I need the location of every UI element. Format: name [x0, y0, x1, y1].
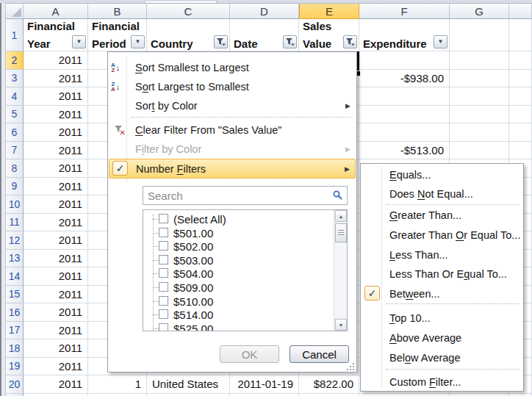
- submenu-item-less-than-or-equal-to[interactable]: Less Than Or Equal To...: [362, 264, 522, 284]
- submenu-item-below-average[interactable]: Below Average: [362, 348, 522, 367]
- select-all-corner[interactable]: [6, 4, 24, 19]
- submenu-item-top-10[interactable]: Top 10...: [362, 309, 522, 328]
- search-input[interactable]: [143, 186, 348, 205]
- cancel-button[interactable]: Cancel: [290, 345, 349, 363]
- list-item--514-00[interactable]: $514.00: [143, 308, 347, 322]
- submenu-item-above-average[interactable]: Above Average: [362, 328, 522, 348]
- column-header-A[interactable]: A: [24, 4, 88, 19]
- cell-A18[interactable]: 2011: [24, 339, 88, 358]
- cell-H7[interactable]: [509, 142, 532, 160]
- cell-H4[interactable]: [509, 87, 532, 106]
- submenu-item-greater-than[interactable]: Greater Than...: [362, 206, 522, 225]
- row-header-14[interactable]: 14: [6, 267, 24, 286]
- submenu-item-greater-than-or-equal-to[interactable]: Greater Than Or Equal To...: [362, 226, 522, 245]
- row-header-9[interactable]: 9: [6, 178, 24, 196]
- row-header-18[interactable]: 18: [6, 339, 24, 358]
- filter-button-country[interactable]: [214, 35, 228, 48]
- cell-G3[interactable]: [450, 70, 509, 88]
- cell-H6[interactable]: [509, 123, 532, 142]
- checkbox[interactable]: [159, 255, 168, 264]
- checkbox[interactable]: [159, 228, 168, 237]
- header-cell-financial-period[interactable]: Financial Period ▼: [88, 19, 147, 51]
- cell-D20[interactable]: 2011-01-19: [230, 375, 299, 394]
- submenu-item-less-than[interactable]: Less Than...: [362, 245, 522, 264]
- checkbox[interactable]: [159, 282, 168, 292]
- row-header-3[interactable]: 3: [6, 70, 24, 88]
- cell-G6[interactable]: [450, 123, 509, 142]
- cell-F4[interactable]: [359, 87, 450, 106]
- scroll-down-icon[interactable]: ▼: [335, 319, 347, 331]
- cell-G4[interactable]: [450, 87, 509, 106]
- cell-F2[interactable]: [359, 51, 450, 70]
- header-cell-expenditure[interactable]: Expenditure ▼: [359, 19, 450, 51]
- cell-H1[interactable]: [509, 19, 532, 51]
- list-item--503-00[interactable]: $503.00: [143, 253, 347, 267]
- row-header-partial[interactable]: [6, 394, 24, 396]
- row-header-1[interactable]: 1: [6, 19, 24, 51]
- column-header-D[interactable]: D: [230, 4, 299, 19]
- column-header-C[interactable]: C: [147, 4, 230, 19]
- cell-G2[interactable]: [450, 51, 509, 70]
- cell-G7[interactable]: [450, 142, 509, 160]
- row-header-5[interactable]: 5: [6, 106, 24, 124]
- cell-H5[interactable]: [509, 106, 532, 124]
- filter-button-sales-value[interactable]: [343, 35, 357, 48]
- row-header-20[interactable]: 20: [6, 375, 24, 394]
- row-header-10[interactable]: 10: [6, 195, 24, 214]
- column-header-F[interactable]: F: [359, 4, 450, 19]
- cell-A14[interactable]: 2011: [24, 267, 88, 286]
- filter-button-expenditure[interactable]: ▼: [434, 35, 447, 48]
- checkbox[interactable]: [159, 241, 168, 251]
- row-header-12[interactable]: 12: [6, 231, 24, 250]
- cell-G5[interactable]: [450, 106, 509, 124]
- ok-button[interactable]: OK: [220, 345, 279, 363]
- cell-A15[interactable]: 2011: [24, 286, 88, 304]
- row-header-19[interactable]: 19: [6, 358, 24, 376]
- cell-Apartial[interactable]: [24, 394, 88, 396]
- cell-F7[interactable]: -$513.00: [359, 142, 450, 160]
- row-header-17[interactable]: 17: [6, 322, 24, 340]
- cell-A8[interactable]: 2011: [24, 159, 88, 178]
- cell-A7[interactable]: 2011: [24, 142, 88, 160]
- row-header-16[interactable]: 16: [6, 303, 24, 322]
- cell-A3[interactable]: 2011: [24, 70, 88, 88]
- filter-button-financial-year[interactable]: ▼: [72, 35, 86, 48]
- row-header-15[interactable]: 15: [6, 286, 24, 304]
- column-header-E[interactable]: E: [299, 4, 359, 19]
- column-header-H-partial[interactable]: [509, 4, 532, 19]
- row-header-13[interactable]: 13: [6, 250, 24, 268]
- cell-A12[interactable]: 2011: [24, 231, 88, 250]
- list-item--509-00[interactable]: $509.00: [143, 281, 347, 295]
- list-item--504-00[interactable]: $504.00: [143, 267, 347, 281]
- header-cell-date[interactable]: Date: [230, 19, 299, 51]
- menu-item-clear-filter[interactable]: ✕ Clear Filter From "Sales Value": [109, 120, 356, 140]
- cell-E20[interactable]: $822.00: [299, 375, 359, 394]
- checkbox[interactable]: [159, 323, 168, 331]
- checkbox[interactable]: [159, 214, 168, 223]
- list-item--select-all-[interactable]: (Select All): [143, 212, 347, 226]
- submenu-item-does-not-equal[interactable]: Does Not Equal...: [362, 184, 522, 204]
- filter-button-date[interactable]: [283, 35, 297, 48]
- cell-Fpartial[interactable]: [359, 394, 450, 396]
- cell-A13[interactable]: 2011: [24, 250, 88, 268]
- cell-A16[interactable]: 2011: [24, 303, 88, 322]
- filter-button-financial-period[interactable]: ▼: [131, 35, 145, 48]
- search-icon[interactable]: [333, 190, 342, 200]
- cell-G1[interactable]: [450, 19, 509, 51]
- cell-Cpartial[interactable]: [147, 394, 230, 396]
- cell-A11[interactable]: 2011: [24, 214, 88, 232]
- cell-Gpartial[interactable]: [450, 394, 509, 396]
- checkbox[interactable]: [159, 296, 168, 306]
- menu-item-number-filters[interactable]: ✓ Number Filters ▶: [109, 159, 356, 179]
- cell-A5[interactable]: 2011: [24, 106, 88, 124]
- list-item--502-00[interactable]: $502.00: [143, 240, 347, 253]
- row-header-7[interactable]: 7: [6, 142, 24, 160]
- row-header-2[interactable]: 2: [6, 51, 24, 70]
- cell-Dpartial[interactable]: [230, 394, 299, 396]
- cell-F3[interactable]: -$938.00: [359, 70, 450, 88]
- list-item--525-00[interactable]: $525.00: [143, 322, 347, 331]
- row-header-4[interactable]: 4: [6, 87, 24, 106]
- header-cell-financial-year[interactable]: Financial Year ▼: [24, 19, 88, 51]
- cell-Bpartial[interactable]: [88, 394, 147, 396]
- cell-H3[interactable]: [509, 70, 532, 88]
